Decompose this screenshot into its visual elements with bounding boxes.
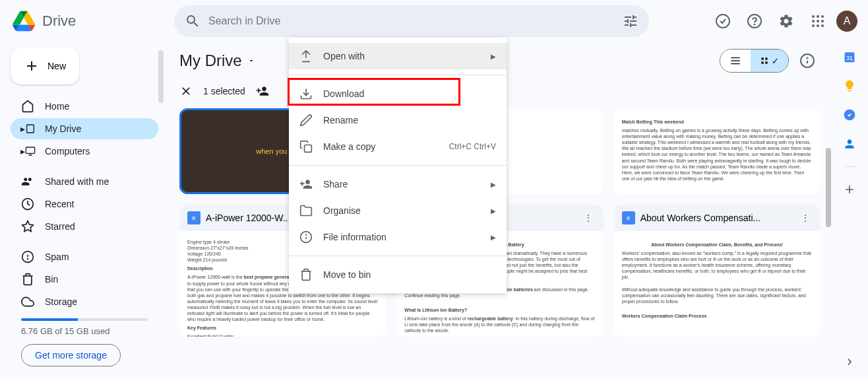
- file-card-doc[interactable]: Match Betting This weekend matches mutua…: [614, 108, 821, 194]
- get-storage-button[interactable]: Get more storage: [21, 344, 121, 366]
- chevron-right-icon[interactable]: [843, 355, 856, 368]
- download-icon: [299, 87, 313, 100]
- menu-item-fileinfo[interactable]: File information ▶: [289, 224, 507, 250]
- menu-divider: [289, 75, 507, 75]
- ready-offline-icon[interactable]: [710, 8, 736, 34]
- menu-item-copy[interactable]: Make a copy Ctrl+C Ctrl+V: [289, 133, 507, 160]
- menu-item-share[interactable]: Share ▶: [289, 171, 507, 197]
- support-icon[interactable]: [741, 8, 768, 34]
- info-icon[interactable]: [794, 48, 821, 74]
- sidebar-item-bin[interactable]: Bin: [11, 269, 158, 290]
- svg-point-4: [817, 15, 819, 18]
- drive-logo-icon[interactable]: [11, 8, 37, 34]
- header-icons: A: [710, 8, 857, 34]
- svg-point-9: [812, 24, 815, 27]
- sidebar-item-spam[interactable]: Spam: [11, 246, 158, 267]
- sidebar-item-label: Shared with me: [45, 176, 109, 187]
- content-scrollbar[interactable]: [826, 148, 831, 227]
- search-bar[interactable]: [174, 5, 649, 37]
- search-icon: [185, 13, 201, 29]
- chevron-right-icon: ▶: [491, 234, 496, 241]
- svg-rect-23: [305, 145, 312, 153]
- search-options-icon[interactable]: [623, 13, 638, 29]
- add-icon[interactable]: [843, 183, 856, 196]
- svg-point-8: [821, 20, 824, 22]
- svg-point-3: [812, 15, 815, 18]
- svg-marker-16: [22, 221, 34, 232]
- close-icon[interactable]: [179, 85, 193, 98]
- share-person-icon[interactable]: [256, 85, 269, 98]
- list-view-button[interactable]: [720, 50, 751, 72]
- tasks-icon[interactable]: [843, 108, 856, 121]
- more-icon[interactable]: ⋮: [798, 213, 813, 223]
- breadcrumb[interactable]: My Drive: [179, 52, 255, 70]
- computer-icon: ▸: [21, 145, 34, 158]
- file-card-doc[interactable]: ≡ About Workers Compensati... ⋮ About Wo…: [614, 205, 821, 337]
- chevron-down-icon: [247, 57, 255, 65]
- search-input[interactable]: [208, 15, 615, 27]
- svg-point-26: [306, 234, 307, 235]
- menu-item-rename[interactable]: Rename: [289, 107, 507, 133]
- apps-icon[interactable]: [805, 8, 831, 34]
- menu-item-bin[interactable]: Move to bin: [289, 261, 507, 288]
- sidebar-item-storage[interactable]: Storage: [11, 291, 158, 312]
- info-icon: [299, 230, 313, 244]
- sidebar-scrollbar[interactable]: [158, 50, 164, 103]
- drive-icon: ▸: [21, 122, 34, 135]
- spam-icon: [21, 250, 34, 263]
- svg-point-11: [821, 24, 824, 27]
- new-button-label: New: [47, 61, 66, 71]
- doc-icon: ≡: [187, 211, 201, 224]
- view-toggle: ✓: [720, 48, 821, 74]
- menu-label: Organise: [323, 205, 361, 216]
- share-icon: [299, 178, 313, 191]
- star-icon: [21, 220, 34, 233]
- menu-label: Move to bin: [323, 269, 371, 280]
- sidebar-item-label: Computers: [45, 146, 90, 156]
- folder-icon: [299, 204, 313, 217]
- menu-label: Open with: [323, 51, 365, 61]
- sidebar-item-computers[interactable]: ▸ Computers: [11, 141, 158, 162]
- logo-area: Drive: [11, 8, 169, 34]
- svg-point-0: [716, 15, 729, 28]
- sidebar-item-home[interactable]: Home: [11, 96, 158, 117]
- more-icon[interactable]: ⋮: [581, 213, 596, 223]
- storage-bar: [21, 318, 148, 321]
- context-menu: Open with ▶ Download Rename Make a copy …: [289, 38, 507, 293]
- sidebar-item-starred[interactable]: Starred: [11, 216, 158, 237]
- trash-icon: [21, 273, 34, 286]
- chevron-right-icon: ▶: [491, 181, 496, 188]
- keep-icon[interactable]: [843, 79, 856, 92]
- open-icon: [299, 50, 313, 63]
- menu-shortcut: Ctrl+C Ctrl+V: [449, 142, 496, 151]
- chevron-right-icon: ▶: [491, 53, 496, 60]
- settings-icon[interactable]: [773, 8, 799, 34]
- side-panel: 31: [831, 42, 868, 379]
- contacts-icon[interactable]: [843, 137, 856, 151]
- menu-label: Share: [323, 179, 348, 190]
- plus-icon: [24, 58, 40, 74]
- sidebar-item-label: Spam: [45, 252, 69, 262]
- menu-label: Download: [323, 88, 364, 99]
- sidebar-item-mydrive[interactable]: ▸ My Drive: [11, 118, 158, 139]
- menu-item-open-with[interactable]: Open with ▶: [289, 43, 507, 69]
- copy-icon: [299, 140, 313, 153]
- svg-point-5: [821, 15, 824, 18]
- svg-point-10: [817, 24, 819, 27]
- calendar-icon[interactable]: 31: [843, 50, 856, 63]
- sidebar-item-recent[interactable]: Recent: [11, 193, 158, 215]
- sidebar-item-label: Home: [45, 101, 69, 112]
- grid-view-button[interactable]: ✓: [751, 50, 788, 72]
- menu-item-organise[interactable]: Organise ▶: [289, 197, 507, 224]
- file-thumbnail: Match Betting This weekend matches mutua…: [614, 108, 821, 194]
- app-name: Drive: [42, 13, 76, 30]
- menu-divider: [289, 165, 507, 166]
- svg-text:31: 31: [846, 55, 853, 61]
- new-button[interactable]: New: [11, 48, 79, 85]
- sidebar-item-shared[interactable]: Shared with me: [11, 171, 158, 192]
- menu-label: Make a copy: [323, 141, 375, 152]
- people-icon: [21, 175, 34, 188]
- avatar[interactable]: A: [836, 11, 857, 32]
- file-thumbnail: About Workers Compensation Claim, Benefi…: [614, 231, 821, 337]
- menu-item-download[interactable]: Download: [289, 81, 507, 107]
